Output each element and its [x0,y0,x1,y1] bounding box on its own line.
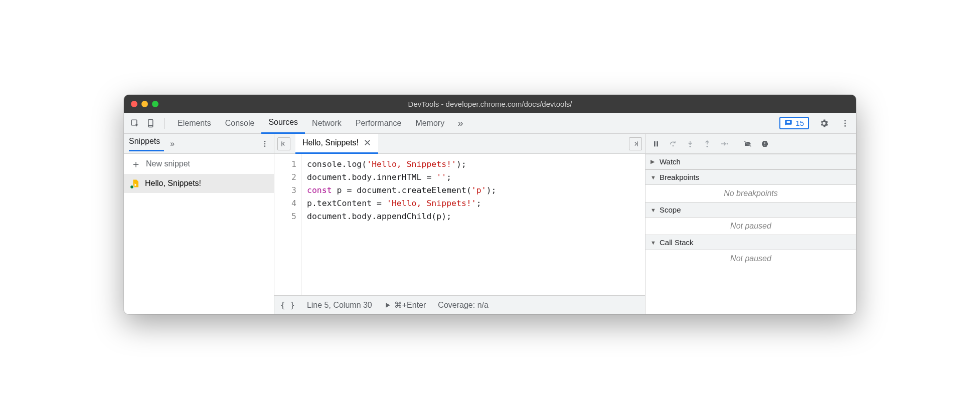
callstack-empty: Not paused [645,250,856,267]
pause-icon[interactable] [650,140,662,148]
traffic-lights [131,101,158,107]
pretty-print-icon[interactable]: { } [280,300,295,310]
svg-point-5 [845,125,846,126]
snippet-item-label: Hello, Snippets! [145,179,201,188]
svg-point-19 [727,143,728,144]
svg-point-17 [707,146,708,147]
nav-next-icon[interactable] [629,137,642,150]
play-icon [384,302,391,309]
snippet-item[interactable]: Hello, Snippets! [124,174,274,193]
svg-point-3 [845,120,846,121]
toolbar-right [817,116,852,130]
window-minimize-button[interactable] [141,101,148,107]
tab-elements[interactable]: Elements [171,113,218,134]
svg-point-8 [264,145,266,147]
svg-point-15 [690,146,691,147]
editor-tab-title: Hello, Snippets! [302,138,359,147]
navigator-header: Snippets » [124,134,274,154]
devtools-window: DevTools - developer.chrome.com/docs/dev… [124,95,856,314]
inspect-icon[interactable] [128,116,142,130]
triangle-down-icon: ▼ [650,240,657,246]
window-maximize-button[interactable] [152,101,158,107]
cursor-position: Line 5, Column 30 [307,301,372,310]
triangle-down-icon: ▼ [650,207,657,213]
tab-network[interactable]: Network [305,113,349,134]
plus-icon: ＋ [131,159,141,169]
svg-point-4 [845,122,846,124]
kebab-menu-icon[interactable] [838,116,852,130]
tab-performance[interactable]: Performance [349,113,409,134]
svg-rect-23 [764,145,765,145]
tab-sources[interactable]: Sources [261,113,305,134]
code-content: console.log('Hello, Snippets!');document… [302,154,497,295]
new-snippet-button[interactable]: ＋ New snippet [124,154,274,174]
svg-point-7 [264,143,266,144]
unsaved-dot-icon [130,185,134,189]
scope-empty: Not paused [645,218,856,235]
main-tabs: ElementsConsoleSourcesNetworkPerformance… [171,113,451,134]
code-editor[interactable]: 12345 console.log('Hello, Snippets!');do… [274,154,645,295]
svg-rect-12 [657,141,658,146]
svg-rect-22 [764,142,765,144]
editor-tabbar: Hello, Snippets! ✕ [274,134,645,154]
run-shortcut: ⌘+Enter [394,300,426,310]
debugger-toolbar [645,134,856,154]
nav-prev-icon[interactable] [277,137,290,150]
navigator-overflow-icon[interactable]: » [170,139,175,148]
divider [736,139,736,149]
step-over-icon[interactable] [668,140,679,148]
editor-pane: Hello, Snippets! ✕ 12345 console.log('He… [274,134,645,314]
more-tabs-icon[interactable]: » [453,116,467,130]
svg-point-6 [264,141,266,142]
triangle-right-icon: ▶ [650,158,657,165]
pause-exceptions-icon[interactable] [759,140,770,148]
settings-icon[interactable] [817,116,831,130]
run-snippet-button[interactable]: ⌘+Enter [384,300,426,310]
main-toolbar: ElementsConsoleSourcesNetworkPerformance… [124,113,856,134]
section-watch[interactable]: ▶Watch [645,154,856,169]
section-callstack[interactable]: ▼Call Stack [645,235,856,250]
issues-button[interactable]: 15 [779,117,809,129]
divider [164,118,165,129]
device-toggle-icon[interactable] [144,116,158,130]
step-out-icon[interactable] [702,140,713,148]
main-panels: Snippets » ＋ New snippet Hello, Snippets… [124,134,856,314]
coverage-status: Coverage: n/a [438,301,488,310]
gutter: 12345 [274,154,302,295]
deactivate-breakpoints-icon[interactable] [742,140,753,148]
titlebar[interactable]: DevTools - developer.chrome.com/docs/dev… [124,95,856,113]
new-snippet-label: New snippet [146,159,190,168]
step-icon[interactable] [719,140,730,148]
triangle-down-icon: ▼ [650,174,657,180]
section-breakpoints[interactable]: ▼Breakpoints [645,169,856,185]
breakpoints-empty: No breakpoints [645,185,856,202]
snippet-file-icon [131,179,140,188]
editor-tab[interactable]: Hello, Snippets! ✕ [295,134,378,154]
svg-point-13 [673,145,674,146]
close-icon[interactable]: ✕ [364,137,371,148]
editor-statusbar: { } Line 5, Column 30 ⌘+Enter Coverage: … [274,295,645,314]
tab-console[interactable]: Console [218,113,262,134]
navigator-kebab-icon[interactable] [261,140,269,148]
step-into-icon[interactable] [685,140,696,148]
window-close-button[interactable] [131,101,137,107]
svg-rect-11 [654,141,656,146]
tab-snippets[interactable]: Snippets [129,137,164,151]
section-scope[interactable]: ▼Scope [645,202,856,218]
tab-memory[interactable]: Memory [408,113,451,134]
navigator-sidebar: Snippets » ＋ New snippet Hello, Snippets… [124,134,274,314]
debugger-pane: ▶Watch ▼Breakpoints No breakpoints ▼Scop… [645,134,856,314]
window-title: DevTools - developer.chrome.com/docs/dev… [124,100,856,108]
issues-count: 15 [795,119,804,127]
